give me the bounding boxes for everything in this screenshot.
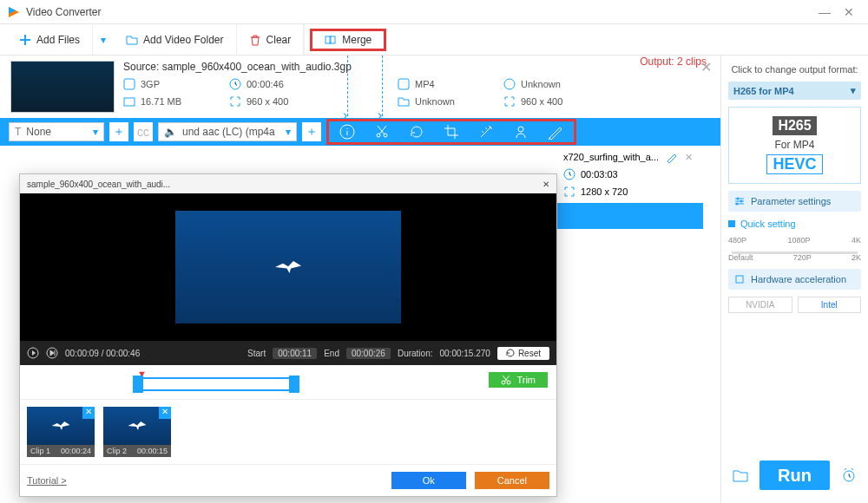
edit-icon[interactable]	[666, 151, 678, 163]
clip-name: Clip 1	[30, 447, 50, 455]
source-format: 3GP	[123, 78, 219, 90]
source-duration: 00:00:46	[229, 78, 333, 90]
source-resolution: 960 x 400	[229, 95, 333, 108]
next-frame-button[interactable]	[46, 347, 58, 359]
hardware-accel-label: Hardware acceleration	[751, 274, 846, 284]
minimize-button[interactable]: —	[812, 5, 837, 19]
audio-select[interactable]: 🔈und aac (LC) (mp4a▾	[158, 122, 297, 141]
clip-name: Clip 2	[107, 447, 127, 455]
clip-duration: 00:00:15	[137, 447, 168, 455]
add-folder-label: Add Video Folder	[143, 34, 224, 46]
ok-button[interactable]: Ok	[391, 472, 466, 489]
chevron-right-icon: ›	[378, 108, 382, 123]
schedule-button[interactable]	[837, 463, 861, 487]
output-folder-button[interactable]	[728, 463, 753, 487]
clip-remove-button[interactable]: ✕	[82, 407, 95, 419]
clip-duration: 00:00:24	[61, 447, 91, 455]
svg-rect-4	[124, 79, 135, 89]
trim-preview	[20, 193, 556, 341]
speaker-icon: 🔈	[164, 126, 177, 138]
svg-point-7	[504, 79, 515, 89]
toolbar: Add Files ▾ Add Video Folder Clear Merge	[0, 24, 868, 56]
subtitle-select[interactable]: TNone▾	[9, 122, 104, 141]
duration-label: Duration:	[398, 349, 433, 358]
trim-duration: 00:00:15.270	[439, 349, 490, 358]
right-panel: Click to change output format: H265 for …	[720, 56, 868, 503]
add-folder-button[interactable]: Add Video Folder	[114, 24, 237, 55]
trim-end-field[interactable]: 00:00:26	[346, 348, 391, 359]
add-subtitle-button[interactable]: ＋	[109, 122, 128, 141]
trim-close-button[interactable]: ✕	[542, 180, 549, 189]
trash-icon	[249, 34, 261, 46]
nvidia-toggle[interactable]: NVIDIA	[728, 297, 792, 313]
crop-icon[interactable]	[444, 124, 459, 140]
merge-button[interactable]: Merge	[310, 29, 386, 51]
svg-point-15	[737, 198, 740, 200]
format-header[interactable]: H265 for MP4▾	[728, 82, 861, 100]
item2-duration: 00:03:03	[563, 168, 693, 180]
svg-rect-8	[124, 98, 135, 106]
merge-label: Merge	[342, 34, 372, 46]
add-files-dropdown[interactable]: ▾	[93, 34, 114, 46]
add-audio-button[interactable]: ＋	[302, 122, 321, 141]
clip-remove-button[interactable]: ✕	[159, 407, 171, 419]
source-prefix: Source:	[123, 61, 162, 73]
sliders-icon	[733, 195, 746, 207]
play-button[interactable]	[27, 347, 39, 359]
trim-dialog-header[interactable]: sample_960x400_ocean_with_audi... ✕	[20, 174, 556, 193]
clips-row: ✕ Clip 100:00:24 ✕ Clip 200:00:15	[20, 400, 556, 464]
plus-icon	[19, 34, 31, 46]
intel-toggle[interactable]: Intel	[798, 297, 862, 313]
effects-icon[interactable]	[478, 124, 494, 140]
close-button[interactable]: ✕	[837, 5, 861, 19]
folder-icon	[126, 34, 138, 46]
run-button[interactable]: Run	[760, 461, 830, 490]
info-icon[interactable]	[339, 124, 355, 140]
item2-filename: x720_surfing_with_a...	[563, 152, 659, 162]
cancel-button[interactable]: Cancel	[475, 472, 549, 489]
remove-item-button[interactable]: ✕	[700, 59, 712, 75]
clear-label: Clear	[266, 34, 292, 46]
chip-icon	[733, 273, 746, 285]
trim-start-field[interactable]: 00:00:11	[273, 348, 317, 359]
audio-value: und aac (LC) (mp4a	[182, 126, 280, 138]
quick-setting-slider[interactable]: 480P1080P4K Default720P2K	[728, 236, 861, 262]
parameter-settings-button[interactable]: Parameter settings	[728, 191, 861, 212]
bird-graphic	[275, 261, 301, 273]
trim-timeline[interactable]: ▼ Trim	[20, 365, 556, 400]
parameter-settings-label: Parameter settings	[751, 196, 831, 206]
hardware-accel-button[interactable]: Hardware acceleration	[728, 269, 861, 290]
source-filename: sample_960x400_ocean_with_audio.3gp	[162, 61, 352, 73]
output-format-hint: Click to change output format:	[728, 64, 861, 75]
rotate-icon[interactable]	[409, 124, 424, 140]
start-label: Start	[247, 349, 266, 358]
subtitle-edit-icon[interactable]	[548, 124, 563, 140]
scissors-icon	[501, 375, 511, 385]
trim-button[interactable]: Trim	[489, 372, 548, 388]
format-preview[interactable]: H265 For MP4 HEVC	[728, 107, 861, 184]
edit-tools-highlight	[326, 119, 576, 145]
tutorial-link[interactable]: Tutorial >	[27, 475, 67, 486]
remove-item-button[interactable]: ✕	[685, 152, 693, 163]
watermark-icon[interactable]	[513, 124, 529, 140]
svg-point-17	[736, 203, 739, 206]
titlebar: Video Converter — ✕	[0, 0, 868, 24]
cc-button[interactable]: cc	[134, 122, 153, 141]
clip-item[interactable]: ✕ Clip 100:00:24	[27, 407, 95, 457]
chevron-right-icon: ›	[343, 108, 347, 123]
trim-controls: 00:00:09 / 00:00:46 Start 00:00:11 End 0…	[20, 341, 556, 365]
source-item: Source: sample_960x400_ocean_with_audio.…	[0, 56, 720, 118]
format-codec: H265	[773, 116, 816, 135]
add-files-button[interactable]: Add Files	[7, 24, 93, 55]
cut-icon[interactable]	[374, 124, 390, 140]
format-hevc-badge: HEVC	[766, 154, 822, 174]
svg-rect-6	[398, 79, 409, 89]
clear-button[interactable]: Clear	[237, 24, 305, 55]
clip-item[interactable]: ✕ Clip 200:00:15	[103, 407, 171, 457]
subtitle-value: None	[26, 126, 88, 138]
merge-icon	[325, 34, 337, 46]
chevron-down-icon: ▾	[851, 85, 856, 96]
reset-button[interactable]: Reset	[497, 347, 549, 360]
run-bar: Run	[728, 456, 861, 494]
output-clips-label: Output: 2 clips	[640, 56, 707, 68]
